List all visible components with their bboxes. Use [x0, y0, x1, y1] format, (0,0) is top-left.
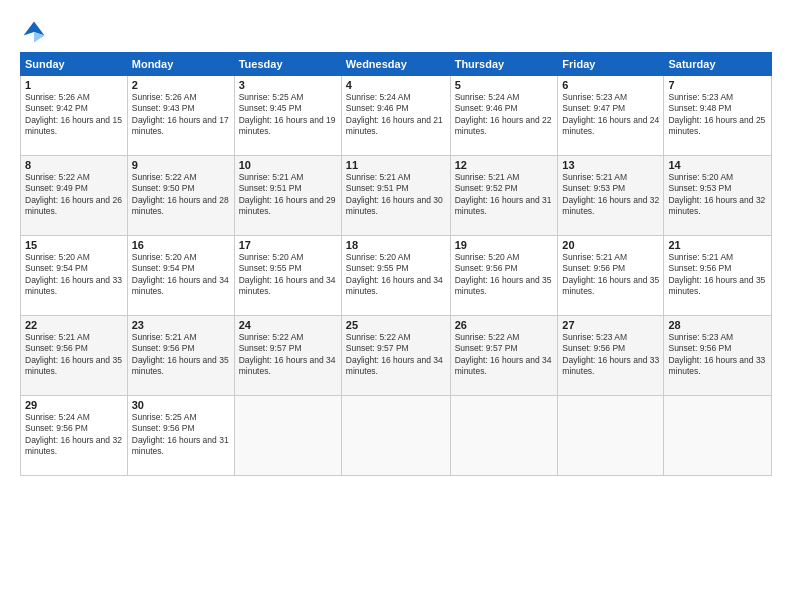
- calendar-day: 25Sunrise: 5:22 AMSunset: 9:57 PMDayligh…: [341, 316, 450, 396]
- day-content: Sunrise: 5:24 AMSunset: 9:46 PMDaylight:…: [346, 92, 446, 138]
- day-number: 7: [668, 79, 767, 91]
- calendar-day: [450, 396, 558, 476]
- calendar-day: [558, 396, 664, 476]
- day-number: 30: [132, 399, 230, 411]
- calendar-week: 22Sunrise: 5:21 AMSunset: 9:56 PMDayligh…: [21, 316, 772, 396]
- calendar-day: 30Sunrise: 5:25 AMSunset: 9:56 PMDayligh…: [127, 396, 234, 476]
- day-number: 2: [132, 79, 230, 91]
- day-content: Sunrise: 5:21 AMSunset: 9:51 PMDaylight:…: [346, 172, 446, 218]
- calendar-week: 1Sunrise: 5:26 AMSunset: 9:42 PMDaylight…: [21, 76, 772, 156]
- calendar-day: 19Sunrise: 5:20 AMSunset: 9:56 PMDayligh…: [450, 236, 558, 316]
- weekday-header: Friday: [558, 53, 664, 76]
- calendar-day: 18Sunrise: 5:20 AMSunset: 9:55 PMDayligh…: [341, 236, 450, 316]
- day-content: Sunrise: 5:20 AMSunset: 9:54 PMDaylight:…: [132, 252, 230, 298]
- day-number: 6: [562, 79, 659, 91]
- calendar-day: 29Sunrise: 5:24 AMSunset: 9:56 PMDayligh…: [21, 396, 128, 476]
- calendar-day: 11Sunrise: 5:21 AMSunset: 9:51 PMDayligh…: [341, 156, 450, 236]
- page: SundayMondayTuesdayWednesdayThursdayFrid…: [0, 0, 792, 612]
- calendar-day: 22Sunrise: 5:21 AMSunset: 9:56 PMDayligh…: [21, 316, 128, 396]
- day-number: 29: [25, 399, 123, 411]
- day-number: 1: [25, 79, 123, 91]
- day-content: Sunrise: 5:21 AMSunset: 9:53 PMDaylight:…: [562, 172, 659, 218]
- day-number: 23: [132, 319, 230, 331]
- calendar-day: [664, 396, 772, 476]
- day-number: 14: [668, 159, 767, 171]
- day-content: Sunrise: 5:21 AMSunset: 9:51 PMDaylight:…: [239, 172, 337, 218]
- calendar-day: 9Sunrise: 5:22 AMSunset: 9:50 PMDaylight…: [127, 156, 234, 236]
- weekday-header: Wednesday: [341, 53, 450, 76]
- calendar-day: 7Sunrise: 5:23 AMSunset: 9:48 PMDaylight…: [664, 76, 772, 156]
- weekday-header: Thursday: [450, 53, 558, 76]
- weekday-header: Monday: [127, 53, 234, 76]
- day-number: 3: [239, 79, 337, 91]
- calendar-week: 8Sunrise: 5:22 AMSunset: 9:49 PMDaylight…: [21, 156, 772, 236]
- calendar-day: 8Sunrise: 5:22 AMSunset: 9:49 PMDaylight…: [21, 156, 128, 236]
- calendar-day: 26Sunrise: 5:22 AMSunset: 9:57 PMDayligh…: [450, 316, 558, 396]
- day-number: 24: [239, 319, 337, 331]
- day-number: 19: [455, 239, 554, 251]
- calendar-day: 2Sunrise: 5:26 AMSunset: 9:43 PMDaylight…: [127, 76, 234, 156]
- weekday-header: Tuesday: [234, 53, 341, 76]
- day-number: 20: [562, 239, 659, 251]
- calendar-day: 17Sunrise: 5:20 AMSunset: 9:55 PMDayligh…: [234, 236, 341, 316]
- calendar-day: 15Sunrise: 5:20 AMSunset: 9:54 PMDayligh…: [21, 236, 128, 316]
- day-number: 16: [132, 239, 230, 251]
- calendar-day: 3Sunrise: 5:25 AMSunset: 9:45 PMDaylight…: [234, 76, 341, 156]
- day-content: Sunrise: 5:21 AMSunset: 9:56 PMDaylight:…: [132, 332, 230, 378]
- calendar-header: SundayMondayTuesdayWednesdayThursdayFrid…: [21, 53, 772, 76]
- day-number: 11: [346, 159, 446, 171]
- day-number: 9: [132, 159, 230, 171]
- day-content: Sunrise: 5:23 AMSunset: 9:47 PMDaylight:…: [562, 92, 659, 138]
- day-number: 22: [25, 319, 123, 331]
- calendar-day: 27Sunrise: 5:23 AMSunset: 9:56 PMDayligh…: [558, 316, 664, 396]
- day-content: Sunrise: 5:26 AMSunset: 9:43 PMDaylight:…: [132, 92, 230, 138]
- calendar-week: 15Sunrise: 5:20 AMSunset: 9:54 PMDayligh…: [21, 236, 772, 316]
- logo: [20, 18, 52, 46]
- day-content: Sunrise: 5:20 AMSunset: 9:53 PMDaylight:…: [668, 172, 767, 218]
- day-number: 8: [25, 159, 123, 171]
- logo-icon: [20, 18, 48, 46]
- weekday-header: Saturday: [664, 53, 772, 76]
- header: [20, 18, 772, 46]
- calendar-day: 14Sunrise: 5:20 AMSunset: 9:53 PMDayligh…: [664, 156, 772, 236]
- calendar-day: 24Sunrise: 5:22 AMSunset: 9:57 PMDayligh…: [234, 316, 341, 396]
- day-content: Sunrise: 5:22 AMSunset: 9:57 PMDaylight:…: [346, 332, 446, 378]
- calendar-day: 20Sunrise: 5:21 AMSunset: 9:56 PMDayligh…: [558, 236, 664, 316]
- calendar-day: 28Sunrise: 5:23 AMSunset: 9:56 PMDayligh…: [664, 316, 772, 396]
- day-number: 10: [239, 159, 337, 171]
- calendar-day: 12Sunrise: 5:21 AMSunset: 9:52 PMDayligh…: [450, 156, 558, 236]
- calendar-day: 1Sunrise: 5:26 AMSunset: 9:42 PMDaylight…: [21, 76, 128, 156]
- day-content: Sunrise: 5:22 AMSunset: 9:57 PMDaylight:…: [239, 332, 337, 378]
- day-number: 18: [346, 239, 446, 251]
- day-content: Sunrise: 5:25 AMSunset: 9:45 PMDaylight:…: [239, 92, 337, 138]
- day-content: Sunrise: 5:21 AMSunset: 9:56 PMDaylight:…: [562, 252, 659, 298]
- day-content: Sunrise: 5:21 AMSunset: 9:56 PMDaylight:…: [668, 252, 767, 298]
- calendar-day: 10Sunrise: 5:21 AMSunset: 9:51 PMDayligh…: [234, 156, 341, 236]
- calendar-day: [234, 396, 341, 476]
- weekday-header: Sunday: [21, 53, 128, 76]
- day-content: Sunrise: 5:20 AMSunset: 9:55 PMDaylight:…: [239, 252, 337, 298]
- day-content: Sunrise: 5:26 AMSunset: 9:42 PMDaylight:…: [25, 92, 123, 138]
- day-content: Sunrise: 5:20 AMSunset: 9:54 PMDaylight:…: [25, 252, 123, 298]
- day-content: Sunrise: 5:21 AMSunset: 9:56 PMDaylight:…: [25, 332, 123, 378]
- day-number: 27: [562, 319, 659, 331]
- calendar-day: 13Sunrise: 5:21 AMSunset: 9:53 PMDayligh…: [558, 156, 664, 236]
- day-content: Sunrise: 5:23 AMSunset: 9:56 PMDaylight:…: [562, 332, 659, 378]
- day-content: Sunrise: 5:22 AMSunset: 9:50 PMDaylight:…: [132, 172, 230, 218]
- day-content: Sunrise: 5:21 AMSunset: 9:52 PMDaylight:…: [455, 172, 554, 218]
- calendar-day: [341, 396, 450, 476]
- day-number: 15: [25, 239, 123, 251]
- calendar-day: 6Sunrise: 5:23 AMSunset: 9:47 PMDaylight…: [558, 76, 664, 156]
- day-content: Sunrise: 5:23 AMSunset: 9:56 PMDaylight:…: [668, 332, 767, 378]
- calendar-table: SundayMondayTuesdayWednesdayThursdayFrid…: [20, 52, 772, 476]
- calendar-day: 16Sunrise: 5:20 AMSunset: 9:54 PMDayligh…: [127, 236, 234, 316]
- header-row: SundayMondayTuesdayWednesdayThursdayFrid…: [21, 53, 772, 76]
- calendar-day: 5Sunrise: 5:24 AMSunset: 9:46 PMDaylight…: [450, 76, 558, 156]
- day-number: 21: [668, 239, 767, 251]
- day-number: 25: [346, 319, 446, 331]
- day-content: Sunrise: 5:22 AMSunset: 9:49 PMDaylight:…: [25, 172, 123, 218]
- calendar-body: 1Sunrise: 5:26 AMSunset: 9:42 PMDaylight…: [21, 76, 772, 476]
- day-number: 26: [455, 319, 554, 331]
- day-content: Sunrise: 5:23 AMSunset: 9:48 PMDaylight:…: [668, 92, 767, 138]
- day-number: 12: [455, 159, 554, 171]
